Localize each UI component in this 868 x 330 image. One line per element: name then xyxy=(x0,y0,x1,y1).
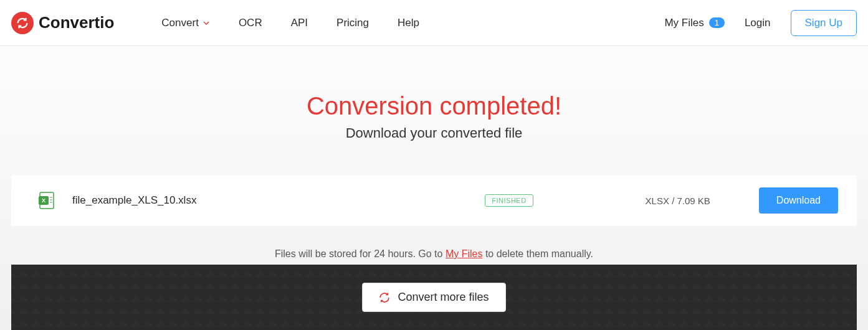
nav-ocr[interactable]: OCR xyxy=(239,17,262,29)
logo[interactable]: Convertio xyxy=(11,12,114,34)
footer-bar: Convert more files xyxy=(11,265,857,330)
header-right: My Files 1 Login Sign Up xyxy=(664,10,857,36)
signup-button[interactable]: Sign Up xyxy=(791,10,857,36)
status-badge: FINISHED xyxy=(485,194,533,207)
file-name: file_example_XLS_10.xlsx xyxy=(72,194,485,207)
svg-text:X: X xyxy=(42,197,45,204)
nav: Convert OCR API Pricing Help xyxy=(161,17,419,29)
refresh-icon xyxy=(379,292,390,303)
my-files-link[interactable]: My Files xyxy=(446,248,483,259)
nav-pricing[interactable]: Pricing xyxy=(336,17,369,29)
nav-convert[interactable]: Convert xyxy=(161,17,210,29)
my-files-badge: 1 xyxy=(709,17,725,28)
page-subtitle: Download your converted file xyxy=(0,125,868,141)
info-prefix: Files will be stored for 24 hours. Go to xyxy=(275,248,446,259)
file-meta: XLSX / 7.09 KB xyxy=(646,196,710,206)
xlsx-file-icon: X xyxy=(39,191,55,210)
nav-api[interactable]: API xyxy=(291,17,308,29)
my-files-label: My Files xyxy=(664,17,703,29)
main-content: Conversion completed! Download your conv… xyxy=(0,46,868,330)
nav-convert-label: Convert xyxy=(161,17,199,29)
page-title: Conversion completed! xyxy=(0,92,868,120)
info-text: Files will be stored for 24 hours. Go to… xyxy=(0,248,868,260)
header: Convertio Convert OCR API Pricing Help M… xyxy=(0,0,868,46)
logo-text: Convertio xyxy=(39,13,114,32)
file-row: X file_example_XLS_10.xlsx FINISHED XLSX… xyxy=(11,175,857,226)
convert-more-button[interactable]: Convert more files xyxy=(362,283,505,312)
login-link[interactable]: Login xyxy=(745,17,771,29)
download-button[interactable]: Download xyxy=(759,187,838,214)
chevron-down-icon xyxy=(203,19,210,27)
title-section: Conversion completed! Download your conv… xyxy=(0,46,868,141)
nav-my-files[interactable]: My Files 1 xyxy=(664,17,725,29)
convert-more-label: Convert more files xyxy=(398,291,489,304)
nav-help[interactable]: Help xyxy=(398,17,419,29)
logo-icon xyxy=(11,12,34,34)
info-suffix: to delete them manually. xyxy=(482,248,593,259)
